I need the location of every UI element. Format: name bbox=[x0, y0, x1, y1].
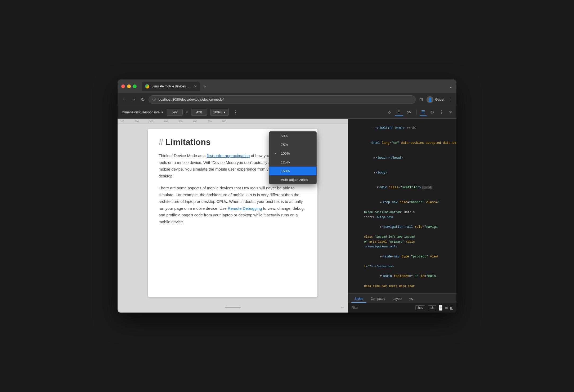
height-input[interactable] bbox=[191, 109, 207, 116]
devtools-bottom: Styles Computed Layout ≫ :hov .cls + ⊞ ◧ bbox=[348, 293, 456, 313]
html-line-announcement: ▶<announcement-banner class= bbox=[348, 289, 456, 293]
html-line-top-nav: ▶<top-nav role="banner" class=" bbox=[348, 195, 456, 210]
html-panel: ···<!DOCTYPE html> == $0 <html lang="en"… bbox=[348, 119, 456, 293]
html-line-main: ▼<main tabindex="-1" id="main- bbox=[348, 269, 456, 284]
window-chevron-icon: ⌄ bbox=[449, 83, 453, 89]
tab-label: Simulate mobile devices with D bbox=[151, 84, 191, 88]
zoom-check-100: ✓ bbox=[274, 152, 278, 155]
remote-debugging-link[interactable]: Remote Debugging bbox=[228, 206, 262, 211]
lock-icon: ⓘ bbox=[153, 97, 156, 102]
devtools-panel: ···<!DOCTYPE html> == $0 <html lang="en"… bbox=[348, 119, 456, 313]
zoom-dropdown: 50% 75% ✓ 100% 125% 150% bbox=[269, 131, 317, 184]
content-area: 100 200 300 400 500 600 700 800 # Limita… bbox=[118, 119, 456, 313]
title-bar: Simulate mobile devices with D ✕ + ⌄ bbox=[118, 79, 456, 93]
zoom-label: 100% bbox=[213, 110, 222, 114]
url-text: localhost:8080/docs/devtools/device-mode… bbox=[158, 97, 224, 101]
hov-button[interactable]: :hov bbox=[415, 305, 425, 310]
dimensions-text: Dimensions: Responsive bbox=[122, 110, 160, 114]
dimensions-label: Dimensions: Responsive ▼ bbox=[122, 110, 164, 114]
dimension-separator: × bbox=[186, 110, 188, 114]
zoom-label-150: 150% bbox=[281, 169, 290, 173]
heading-hash: # bbox=[159, 137, 163, 147]
html-line-doctype: ···<!DOCTYPE html> == $0 bbox=[348, 121, 456, 136]
back-button[interactable]: ← bbox=[121, 96, 128, 103]
url-bar[interactable]: ⓘ localhost:8080/docs/devtools/device-mo… bbox=[149, 95, 416, 104]
html-line-nav-rail-cont2: 0" aria-label="primary" tabin bbox=[348, 239, 456, 244]
cls-button[interactable]: .cls bbox=[428, 305, 436, 310]
html-line-body: ▼<body> bbox=[348, 165, 456, 180]
html-line-top-nav-cont2: inert>…</top-nav> bbox=[348, 215, 456, 220]
avatar-button[interactable]: 👤 Guest bbox=[427, 96, 444, 103]
device-mode-icon[interactable]: 📱 bbox=[395, 108, 403, 116]
html-line-top-nav-cont: block hairline-bottom" data-s bbox=[348, 210, 456, 215]
inspect-icon[interactable]: ⊹ bbox=[386, 109, 393, 116]
zoom-label-75: 75% bbox=[281, 143, 288, 147]
zoom-option-auto[interactable]: Auto-adjust zoom bbox=[269, 175, 316, 184]
cast-icon[interactable]: ⊡ bbox=[418, 96, 424, 103]
filter-bar: :hov .cls + ⊞ ◧ bbox=[348, 303, 456, 313]
html-line-main-cont: data-side-nav-inert data-sear bbox=[348, 284, 456, 289]
more-tabs-icon[interactable]: ≫ bbox=[407, 296, 415, 303]
toggle-styles-icon[interactable]: ⊞ bbox=[445, 306, 448, 310]
heading-text: Limitations bbox=[165, 137, 211, 147]
tab-favicon-icon bbox=[145, 84, 149, 88]
filter-input[interactable] bbox=[351, 306, 413, 310]
address-right-controls: ⊡ 👤 Guest ⋮ bbox=[418, 96, 453, 103]
edit-icon: ✏ bbox=[341, 306, 344, 310]
active-tab[interactable]: Simulate mobile devices with D ✕ bbox=[142, 82, 200, 91]
settings-icon[interactable]: ⚙ bbox=[429, 109, 436, 116]
computed-sidebar-icon[interactable]: ◧ bbox=[450, 306, 453, 310]
console-panel-icon[interactable]: ☰ bbox=[420, 108, 427, 116]
zoom-label-50: 50% bbox=[281, 134, 288, 138]
tab-styles[interactable]: Styles bbox=[351, 295, 366, 303]
zoom-option-75[interactable]: 75% bbox=[269, 140, 316, 149]
more-options-icon[interactable]: ⋮ bbox=[233, 109, 238, 115]
bottom-tabs: Styles Computed Layout ≫ bbox=[348, 293, 456, 303]
html-line-nav-rail: ▶<navigation-rail role="naviga bbox=[348, 220, 456, 234]
close-devtools-button[interactable]: ✕ bbox=[447, 109, 454, 116]
first-order-link[interactable]: first-order approximation bbox=[207, 153, 250, 158]
avatar-icon: 👤 bbox=[427, 96, 433, 103]
filter-icons: ⊞ ◧ bbox=[445, 306, 453, 310]
tab-bar: Simulate mobile devices with D ✕ + bbox=[142, 82, 446, 91]
zoom-option-50[interactable]: 50% bbox=[269, 132, 316, 140]
footer-line-icon bbox=[225, 307, 241, 308]
width-input[interactable] bbox=[167, 109, 183, 116]
html-line-nav-rail-cont: class="lg:pad-left-200 lg:pad bbox=[348, 234, 456, 239]
tab-close-icon[interactable]: ✕ bbox=[194, 84, 197, 88]
address-bar: ← → ↻ ⓘ localhost:8080/docs/devtools/dev… bbox=[118, 93, 456, 106]
tab-computed[interactable]: Computed bbox=[367, 295, 388, 303]
add-filter-button[interactable]: + bbox=[439, 305, 442, 311]
maximize-button[interactable] bbox=[133, 84, 137, 88]
dimensions-arrow-icon: ▼ bbox=[161, 111, 164, 114]
reload-button[interactable]: ↻ bbox=[140, 96, 146, 103]
minimize-button[interactable] bbox=[127, 84, 131, 88]
close-button[interactable] bbox=[121, 84, 125, 88]
guest-label: Guest bbox=[435, 97, 444, 101]
zoom-label-100: 100% bbox=[281, 152, 290, 155]
zoom-option-100[interactable]: ✓ 100% bbox=[269, 149, 316, 158]
devtools-right-controls: ⊹ 📱 ≫ ☰ ⚙ ⋮ ✕ bbox=[386, 108, 456, 116]
page-footer-bar: ✏ bbox=[118, 302, 348, 313]
devtools-more-icon[interactable]: ⋮ bbox=[438, 109, 445, 116]
zoom-option-150[interactable]: 150% bbox=[269, 167, 316, 175]
html-line-side-nav: ▶<side-nav type="project" view bbox=[348, 249, 456, 264]
new-tab-button[interactable]: + bbox=[201, 82, 209, 91]
tab-layout[interactable]: Layout bbox=[389, 295, 405, 303]
separator bbox=[416, 110, 416, 115]
viewport: 100 200 300 400 500 600 700 800 # Limita… bbox=[118, 119, 348, 313]
zoom-label-auto: Auto-adjust zoom bbox=[281, 178, 308, 182]
menu-button[interactable]: ⋮ bbox=[447, 96, 453, 103]
devtools-bar: Dimensions: Responsive ▼ × 100% ▼ ⋮ ⊹ 📱 … bbox=[118, 106, 456, 119]
html-line-side-nav-cont: t="">…</side-nav> bbox=[348, 264, 456, 269]
browser-window: Simulate mobile devices with D ✕ + ⌄ ← →… bbox=[118, 79, 456, 313]
html-line-html: <html lang="en" data-cookies-accepted da… bbox=[348, 136, 456, 150]
html-line-nav-rail-cont3: …</navigation-rail> bbox=[348, 244, 456, 249]
zoom-dropdown-button[interactable]: 100% ▼ bbox=[210, 109, 229, 116]
zoom-label-125: 125% bbox=[281, 160, 290, 164]
zoom-option-125[interactable]: 125% bbox=[269, 158, 316, 167]
traffic-lights bbox=[121, 84, 137, 88]
more-panels-icon[interactable]: ≫ bbox=[405, 109, 413, 116]
html-line-scaffold: ▼<div class="scaffold">grid bbox=[348, 180, 456, 195]
forward-button[interactable]: → bbox=[130, 96, 137, 103]
